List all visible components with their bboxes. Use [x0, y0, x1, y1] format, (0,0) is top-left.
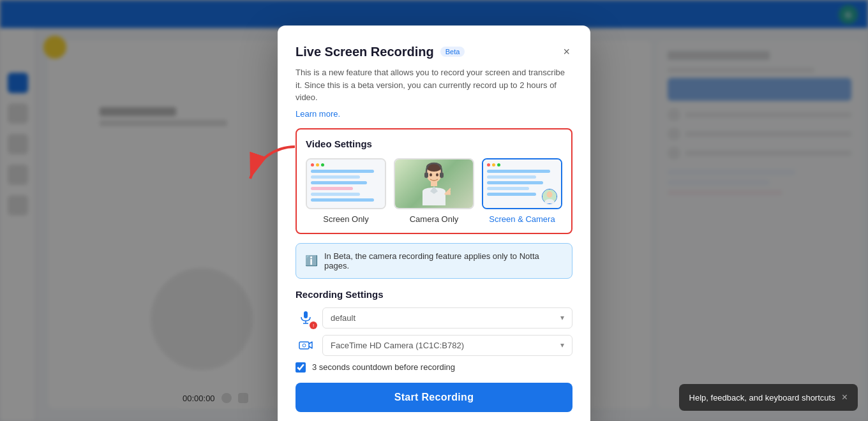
svg-rect-6	[424, 172, 428, 178]
svg-rect-15	[299, 342, 309, 349]
camera-only-label: Camera Only	[410, 214, 459, 224]
modal-description: This is a new feature that allows you to…	[296, 66, 572, 104]
info-banner: ℹ️ In Beta, the camera recording feature…	[296, 243, 572, 279]
learn-more-link[interactable]: Learn more.	[296, 109, 340, 119]
svg-point-8	[430, 173, 432, 176]
modal-title: Live Screen Recording	[296, 45, 434, 59]
video-options-container: Screen Only	[306, 158, 562, 224]
toast-close-button[interactable]: ×	[842, 392, 848, 403]
screen-only-option[interactable]: Screen Only	[306, 158, 386, 224]
screen-camera-option[interactable]: Screen & Camera	[482, 158, 562, 224]
video-settings-title: Video Settings	[306, 138, 562, 149]
camera-only-thumb	[394, 158, 474, 209]
toast-text: Help, feedback, and keyboard shortcuts	[689, 393, 835, 403]
video-settings-section: Video Settings	[296, 128, 572, 234]
modal-close-button[interactable]: ×	[560, 43, 572, 60]
screen-camera-thumb	[482, 158, 562, 209]
camera-icon	[298, 337, 313, 353]
camera-only-option[interactable]: Camera Only	[394, 158, 474, 224]
modal-header: Live Screen Recording Beta ×	[296, 43, 572, 60]
screen-only-label: Screen Only	[323, 214, 369, 224]
camera-person-svg	[417, 162, 451, 205]
svg-point-16	[303, 344, 306, 347]
svg-rect-3	[431, 181, 437, 186]
svg-rect-12	[304, 311, 308, 318]
modal-title-row: Live Screen Recording Beta	[296, 45, 465, 59]
mic-select[interactable]: default ▾	[322, 307, 572, 329]
camera-select[interactable]: FaceTime HD Camera (1C1C:B782) ▾	[322, 335, 572, 356]
svg-point-11	[547, 191, 553, 198]
countdown-label: 3 seconds countdown before recording	[312, 362, 455, 372]
screen-only-thumb	[306, 158, 386, 209]
start-recording-button[interactable]: Start Recording	[296, 383, 572, 412]
screen-camera-label: Screen & Camera	[489, 214, 555, 224]
info-icon: ℹ️	[305, 255, 318, 267]
info-banner-text: In Beta, the camera recording feature ap…	[324, 251, 563, 270]
mic-select-value: default	[331, 313, 355, 323]
camera-select-arrow: ▾	[560, 341, 564, 350]
countdown-checkbox[interactable]	[296, 362, 306, 373]
beta-badge: Beta	[440, 47, 465, 57]
countdown-row: 3 seconds countdown before recording	[296, 362, 572, 373]
small-avatar	[542, 189, 557, 204]
svg-rect-7	[440, 172, 444, 178]
live-screen-recording-modal: Live Screen Recording Beta × This is a n…	[278, 26, 590, 421]
camera-setting-row: FaceTime HD Camera (1C1C:B782) ▾	[296, 335, 572, 356]
mic-setting-row: ! default ▾	[296, 307, 572, 329]
mic-error-badge: !	[310, 321, 317, 329]
mic-select-arrow: ▾	[560, 313, 564, 322]
help-toast: Help, feedback, and keyboard shortcuts ×	[679, 384, 858, 411]
camera-select-value: FaceTime HD Camera (1C1C:B782)	[331, 341, 464, 350]
camera-icon-wrap	[296, 335, 316, 355]
recording-settings-title: Recording Settings	[296, 289, 572, 300]
svg-point-9	[436, 173, 438, 176]
mic-icon-wrap: !	[296, 307, 316, 328]
